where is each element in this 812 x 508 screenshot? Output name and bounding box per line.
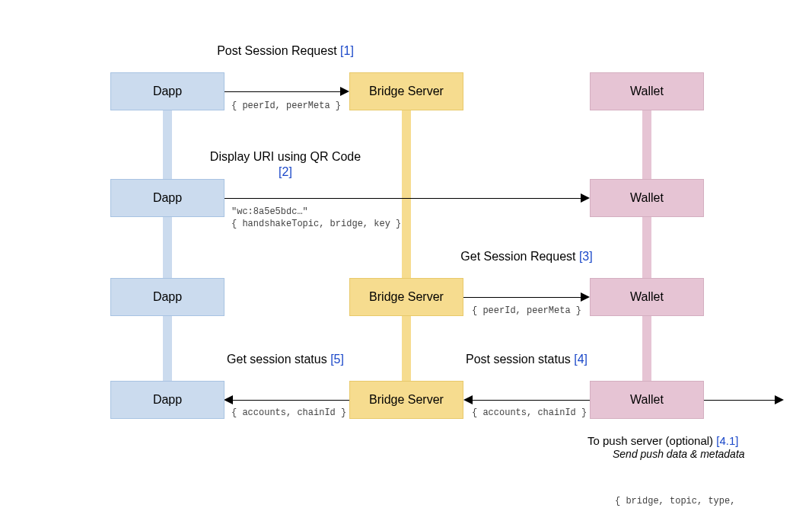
label-step-push: To push server (optional) [4.1] [588, 434, 738, 447]
arrow-head-step-5 [224, 395, 233, 404]
arrow-step-4 [470, 400, 590, 401]
label-step-4: Post session status [4] [451, 352, 603, 367]
payload-step-1: { peerId, peerMeta } [231, 100, 341, 112]
arrow-step-2 [224, 198, 582, 199]
arrow-head-step-3 [581, 292, 590, 302]
text: Display URI using QR Code [210, 150, 361, 163]
arrow-step-5 [231, 400, 349, 401]
text: To push server (optional) [588, 434, 716, 447]
line-2: { handshakeTopic, bridge, key } [231, 218, 401, 230]
text: Post session status [466, 353, 574, 366]
lifeline-bridge [402, 99, 411, 419]
payload-step-5: { accounts, chainId } [231, 407, 346, 419]
node-dapp-1: Dapp [110, 72, 224, 110]
label: Dapp [153, 393, 182, 407]
label: Dapp [153, 85, 182, 98]
arrow-head-step-1 [340, 87, 349, 96]
payload-step-4: { accounts, chainId } [472, 407, 587, 419]
arrow-step-push [704, 400, 776, 401]
arrow-head-step-push [775, 395, 784, 404]
node-wallet-3: Wallet [590, 278, 704, 316]
label-step-5: Get session status [5] [209, 352, 361, 367]
label: Wallet [630, 393, 664, 407]
node-bridge-1: Bridge Server [349, 72, 463, 110]
payload-step-push: { bridge, topic, type, token, peerName, … [615, 471, 774, 508]
node-bridge-4: Bridge Server [349, 381, 463, 419]
label-step-1: Post Session Request [1] [209, 43, 361, 59]
label: Wallet [630, 191, 664, 205]
step-number: [5] [330, 353, 344, 366]
step-number: [1] [340, 44, 354, 57]
node-dapp-4: Dapp [110, 381, 224, 419]
line-1: "wc:8a5e5bdc…" [231, 206, 401, 218]
arrow-head-step-4 [463, 395, 473, 404]
label: Wallet [630, 290, 664, 304]
label-step-2: Display URI using QR Code [2] [209, 149, 361, 180]
step-number: [4.1] [716, 434, 738, 447]
text: Get Session Request [460, 250, 579, 263]
lifeline-dapp [163, 99, 172, 419]
label-step-3: Get Session Request [3] [451, 249, 603, 264]
label: Wallet [630, 85, 664, 98]
arrow-step-1 [224, 91, 342, 92]
arrow-head-step-2 [581, 193, 590, 203]
line-1: { bridge, topic, type, [615, 495, 774, 507]
lifeline-wallet [642, 99, 651, 419]
text: Post Session Request [217, 44, 340, 57]
arrow-step-3 [463, 297, 581, 298]
payload-step-3: { peerId, peerMeta } [472, 305, 581, 317]
label: Bridge Server [369, 85, 444, 98]
node-wallet-2: Wallet [590, 179, 704, 217]
text: Get session status [227, 353, 330, 366]
node-dapp-2: Dapp [110, 179, 224, 217]
step-number: [4] [574, 353, 588, 366]
label: Bridge Server [369, 393, 444, 407]
label: Dapp [153, 191, 182, 205]
node-wallet-1: Wallet [590, 72, 704, 110]
sub-step-push: Send push data & metadata [613, 448, 745, 460]
payload-step-2: "wc:8a5e5bdc…" { handshakeTopic, bridge,… [231, 206, 401, 230]
step-number: [3] [579, 250, 593, 263]
label: Dapp [153, 290, 182, 304]
label: Bridge Server [369, 290, 444, 304]
node-dapp-3: Dapp [110, 278, 224, 316]
step-number: [2] [279, 165, 292, 178]
node-wallet-4: Wallet [590, 381, 704, 419]
node-bridge-3: Bridge Server [349, 278, 463, 316]
